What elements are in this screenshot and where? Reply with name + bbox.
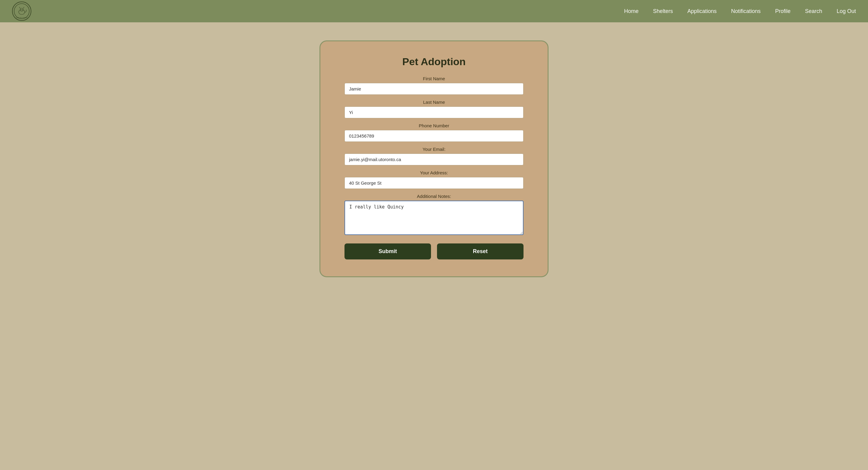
address-input[interactable] (344, 177, 524, 189)
nav-link-shelters[interactable]: Shelters (653, 8, 673, 14)
last-name-input[interactable] (344, 107, 524, 118)
nav-item-applications[interactable]: Applications (687, 8, 717, 14)
nav-link-logout[interactable]: Log Out (837, 8, 856, 14)
nav-item-profile[interactable]: Profile (775, 8, 790, 14)
svg-line-4 (23, 7, 24, 8)
site-logo[interactable]: FUREVER FRIENDS (12, 1, 31, 21)
form-title: Pet Adoption (344, 56, 524, 67)
nav-link-home[interactable]: Home (624, 8, 639, 14)
nav-link-notifications[interactable]: Notifications (731, 8, 761, 14)
form-buttons: Submit Reset (344, 243, 524, 259)
last-name-label: Last Name (344, 99, 524, 105)
notes-group: Additional Notes: (344, 194, 524, 236)
nav-link-search[interactable]: Search (805, 8, 822, 14)
svg-point-1 (19, 10, 25, 14)
adoption-form-card: Pet Adoption First Name Last Name Phone … (319, 40, 549, 277)
nav-item-shelters[interactable]: Shelters (653, 8, 673, 14)
nav-item-search[interactable]: Search (805, 8, 822, 14)
navbar: FUREVER FRIENDS Home Shelters Applicatio… (0, 0, 868, 22)
adoption-form: First Name Last Name Phone Number Your E… (344, 76, 524, 259)
last-name-group: Last Name (344, 99, 524, 118)
email-label: Your Email: (344, 147, 524, 152)
submit-button[interactable]: Submit (344, 243, 431, 259)
first-name-group: First Name (344, 76, 524, 95)
phone-input[interactable] (344, 130, 524, 142)
first-name-label: First Name (344, 76, 524, 81)
svg-line-3 (19, 7, 20, 8)
email-input[interactable] (344, 153, 524, 165)
nav-link-applications[interactable]: Applications (687, 8, 717, 14)
page-body: Pet Adoption First Name Last Name Phone … (0, 22, 868, 301)
address-label: Your Address: (344, 170, 524, 175)
reset-button[interactable]: Reset (437, 243, 524, 259)
phone-group: Phone Number (344, 123, 524, 142)
svg-text:FUREVER FRIENDS: FUREVER FRIENDS (16, 17, 27, 19)
notes-textarea[interactable] (344, 201, 524, 235)
nav-item-home[interactable]: Home (624, 8, 639, 14)
notes-label: Additional Notes: (344, 194, 524, 199)
email-group: Your Email: (344, 147, 524, 165)
nav-link-profile[interactable]: Profile (775, 8, 790, 14)
nav-item-logout[interactable]: Log Out (837, 8, 856, 14)
nav-links: Home Shelters Applications Notifications… (624, 8, 856, 14)
nav-item-notifications[interactable]: Notifications (731, 8, 761, 14)
first-name-input[interactable] (344, 83, 524, 95)
address-group: Your Address: (344, 170, 524, 189)
phone-label: Phone Number (344, 123, 524, 128)
